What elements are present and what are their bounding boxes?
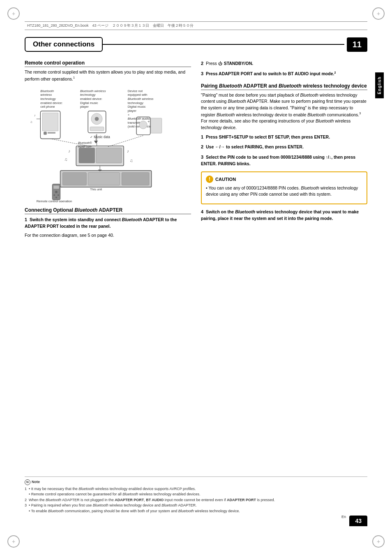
svg-text:♪: ♪ [127, 148, 129, 153]
note-title: Note [32, 479, 40, 485]
caution-box: ! CAUTION • You can use any of 0000/1234… [201, 171, 367, 205]
diagram-svg: Bluetooth wireless technology enabled de… [25, 87, 191, 202]
connecting-step1: 1 Switch the system into standby and con… [25, 216, 191, 238]
svg-text:Bluetooth wireless: Bluetooth wireless [80, 89, 106, 93]
svg-rect-34 [151, 118, 162, 133]
note-2: 2 When the Bluetooth ADAPTER is not plug… [25, 497, 367, 503]
note-1: 1 • It may be necessary that the Bluetoo… [25, 486, 367, 492]
file-info-bar: HTZ180_181_280_282DVD_En.book 43 ページ ２００… [25, 21, 367, 30]
svg-point-54 [55, 191, 58, 193]
svg-text:wireless: wireless [40, 93, 52, 97]
svg-point-29 [95, 117, 99, 121]
svg-text:✓ Music data: ✓ Music data [90, 135, 110, 139]
two-column-layout: Remote control operation The remote cont… [25, 60, 367, 242]
svg-text:Device not: Device not [128, 89, 143, 93]
svg-text:+: + [148, 119, 150, 124]
pairing-step4: 4 Switch on the Bluetooth wireless techn… [201, 208, 367, 222]
svg-text:equipped with: equipped with [128, 93, 148, 97]
remote-control-diagram: Bluetooth wireless technology enabled de… [25, 87, 191, 202]
svg-point-32 [139, 121, 147, 129]
notes-section: N Note 1 • It may be necessary that the … [25, 476, 367, 514]
svg-rect-48 [62, 173, 86, 185]
left-column: Remote control operation The remote cont… [25, 60, 191, 242]
svg-text:+: + [128, 113, 130, 117]
svg-text:Bluetooth®: Bluetooth® [78, 141, 92, 144]
svg-text:Bluetooth wireless: Bluetooth wireless [128, 97, 154, 101]
svg-text:player: player [128, 109, 136, 113]
pairing-section-heading: Pairing Bluetooth ADAPTER and Bluetooth … [201, 83, 367, 90]
svg-text:cell phone: cell phone [40, 105, 55, 109]
svg-rect-40 [96, 148, 122, 163]
svg-text:Bluetooth: Bluetooth [40, 89, 54, 93]
chapter-title: Other connections [25, 37, 103, 52]
svg-rect-49 [88, 173, 120, 185]
svg-rect-30 [90, 127, 104, 131]
note-title-row: N Note [25, 479, 367, 485]
svg-text:This unit: This unit [90, 187, 102, 191]
svg-point-56 [58, 194, 59, 196]
right-step3: 3 Press ADAPTER PORT and to switch to BT… [201, 70, 367, 77]
connecting-step1-heading: 1 Switch the system into standby and con… [25, 216, 191, 230]
note-1b: • Remote control operations cannot be gu… [25, 492, 367, 497]
svg-text:Remote control operation: Remote control operation [37, 199, 72, 202]
svg-text:Digital music: Digital music [80, 101, 98, 105]
svg-rect-22 [44, 132, 47, 135]
svg-text:technology: technology [40, 97, 56, 101]
svg-line-61 [108, 136, 143, 147]
pairing-body1: "Pairing" must be done before you start … [201, 92, 367, 131]
corner-decoration-br [372, 535, 385, 548]
svg-rect-50 [122, 173, 149, 185]
caution-icon: ! [206, 176, 213, 183]
page-number: 43 [349, 516, 367, 526]
svg-text:enabled device:: enabled device: [80, 97, 102, 101]
note-3: 3 • Pairing is required when you first u… [25, 503, 367, 509]
svg-text:enabled device:: enabled device: [40, 101, 62, 105]
caution-title: ! CAUTION [206, 176, 362, 183]
svg-text:technology: technology [80, 93, 96, 97]
svg-rect-39 [79, 148, 95, 163]
svg-text:Digital music: Digital music [128, 105, 146, 109]
page-lang: En [341, 515, 346, 519]
connecting-section-heading: Connecting Optional Bluetooth ADAPTER [25, 207, 191, 214]
svg-text:♫: ♫ [30, 120, 32, 124]
svg-text:♪: ♪ [68, 148, 70, 153]
svg-point-55 [53, 194, 55, 196]
chapter-number: 11 [347, 37, 367, 52]
pairing-step3: 3 Select the PIN code to be used from 00… [201, 154, 367, 167]
svg-text:♪: ♪ [34, 113, 36, 117]
right-step2: 2 Press ⏻ STANDBY/ON. [201, 60, 367, 67]
svg-point-57 [55, 197, 57, 198]
svg-text:ADAPTER: ADAPTER [78, 145, 91, 148]
corner-decoration-tl [7, 7, 20, 20]
chapter-line [103, 44, 344, 45]
svg-text:♫: ♫ [130, 158, 133, 163]
corner-decoration-bl [7, 535, 20, 548]
svg-text:♫: ♫ [64, 157, 67, 162]
chapter-header: Other connections 11 [25, 37, 367, 52]
svg-rect-53 [53, 185, 59, 189]
svg-rect-23 [48, 132, 55, 134]
pairing-step1: 1 Press SHIFT+SETUP to select BT SETUP, … [201, 134, 367, 141]
svg-rect-21 [42, 113, 58, 131]
svg-text:player: player [80, 105, 89, 109]
note-3b: • To enable Bluetooth communication, pai… [25, 509, 367, 514]
note-icon: N [25, 479, 30, 485]
main-content: Other connections 11 Remote control oper… [25, 33, 367, 530]
connecting-step1-body: For the connection diagram, see 5 on pag… [25, 232, 191, 239]
file-info-text: HTZ180_181_280_282DVD_En.book 43 ページ ２００… [27, 23, 194, 28]
caution-body: • You can use any of 0000/1234/8888 PIN … [206, 185, 362, 198]
remote-control-body: The remote control supplied with this sy… [25, 69, 191, 82]
svg-text:technology:: technology: [128, 101, 144, 105]
right-column: English 2 Press ⏻ STANDBY/ON. 3 Press AD… [201, 60, 367, 242]
svg-marker-37 [94, 141, 98, 143]
remote-control-heading: Remote control operation [25, 60, 191, 67]
pairing-step2: 2 Use ←/→ to select PAIRING, then press … [201, 143, 367, 150]
english-tab: English [375, 72, 384, 98]
svg-text:Bluetooth audio: Bluetooth audio [128, 117, 150, 120]
corner-decoration-tr [372, 7, 385, 20]
